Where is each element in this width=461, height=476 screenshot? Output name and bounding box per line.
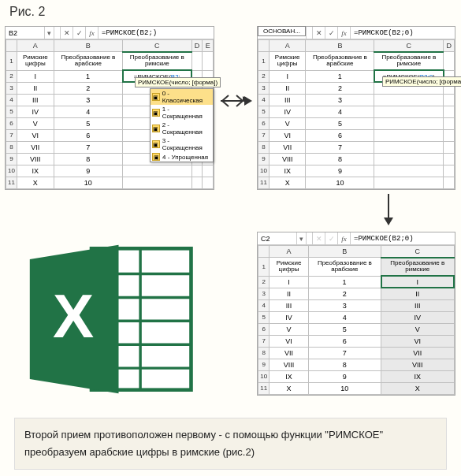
row-header[interactable]: 9 [258,153,270,165]
table-header-cell[interactable]: Римские цифры [17,52,54,71]
cell[interactable]: 2 [308,288,381,299]
fx-icon[interactable]: fx [86,27,99,39]
table-header-cell[interactable]: Преобразование в арабские [308,258,381,277]
col-header-c[interactable]: C [374,40,444,52]
autocomplete-item[interactable]: ▣2 - Сокращенная [151,121,213,136]
row-header[interactable]: 7 [6,129,17,141]
table-header-cell[interactable]: Преобразование в арабские [54,52,122,71]
cell[interactable]: 10 [308,382,381,394]
cell[interactable]: IV [381,311,454,323]
cell[interactable]: 1 [308,276,381,288]
col-header-c[interactable]: C [123,40,191,52]
row-header[interactable]: 3 [258,82,270,94]
accept-icon[interactable]: ✓ [325,232,338,244]
cell[interactable]: 5 [308,323,381,335]
cell[interactable]: 9 [54,165,122,177]
cell[interactable]: 2 [306,82,374,94]
row-header[interactable]: 8 [6,141,17,153]
cell[interactable]: VIII [381,359,454,370]
col-header-c[interactable]: C [381,246,454,258]
row-header[interactable]: 11 [258,177,270,188]
row-header[interactable]: 10 [258,370,270,382]
row-header[interactable]: 4 [258,94,270,106]
cell[interactable]: III [381,299,454,311]
cell[interactable]: III [17,94,54,106]
cell[interactable]: 8 [54,153,122,165]
cell[interactable]: VI [381,335,454,347]
cell[interactable]: 5 [306,117,374,129]
col-header-e[interactable]: E [203,40,214,52]
cell[interactable]: V [269,117,305,129]
cell[interactable]: 3 [306,94,374,106]
autocomplete-item[interactable]: ▣1 - Сокращенная [151,105,213,121]
col-header-d[interactable]: D [444,40,455,52]
cell[interactable]: X [381,382,454,394]
cell[interactable]: 8 [306,153,374,165]
table-header-cell[interactable]: Преобразование в римские [374,52,444,71]
cell[interactable]: 6 [308,335,381,347]
cell[interactable]: 9 [308,370,381,382]
cell[interactable]: II [270,288,308,299]
fx-icon[interactable]: fx [338,27,351,39]
name-box[interactable]: B2 [6,27,45,39]
row-header[interactable]: 1 [6,52,17,71]
row-header[interactable]: 2 [258,70,270,82]
cell[interactable]: VIII [270,359,308,370]
row-header[interactable]: 2 [6,70,17,82]
row-header[interactable]: 6 [6,117,17,129]
cell[interactable]: 10 [54,177,122,188]
autocomplete-item[interactable]: ▣4 - Упрощенная [151,152,213,162]
cell[interactable]: X [17,177,54,188]
cell[interactable]: II [17,82,54,94]
cell[interactable]: VI [270,335,308,347]
table-header-cell[interactable]: Преобразование в арабские [306,52,374,71]
col-header-a[interactable]: A [17,40,54,52]
cell[interactable]: I [17,70,54,82]
autocomplete-dropdown[interactable]: ▣0 - Классическая ▣1 - Сокращенная ▣2 - … [150,88,214,162]
fx-icon[interactable]: fx [338,232,351,244]
spreadsheet-grid-2[interactable]: A B C D 1 Римские цифры Преобразование в… [258,39,455,189]
row-header[interactable]: 5 [258,311,270,323]
table-header-cell[interactable]: Преобразование в римские [123,52,191,71]
cell[interactable]: III [270,299,308,311]
cell[interactable]: IV [270,311,308,323]
row-header[interactable]: 9 [6,153,17,165]
cell[interactable]: VIII [269,153,305,165]
chevron-down-icon[interactable]: ▾ [297,232,307,244]
cell[interactable]: IX [381,370,454,382]
row-header[interactable]: 6 [258,117,270,129]
cell[interactable]: 6 [54,129,122,141]
row-header[interactable]: 8 [258,347,270,359]
cell[interactable]: II [269,82,305,94]
cell[interactable]: 2 [54,82,122,94]
row-header[interactable]: 11 [6,177,17,188]
cancel-icon[interactable]: ✕ [313,232,325,244]
row-header[interactable]: 4 [258,299,270,311]
row-header[interactable]: 5 [6,106,17,117]
accept-icon[interactable]: ✓ [325,27,338,39]
row-header[interactable]: 10 [258,165,270,177]
cell[interactable]: X [270,382,308,394]
cell[interactable]: II [381,288,454,299]
spreadsheet-grid-3[interactable]: A B C 1 Римские цифры Преобразование в а… [258,245,455,395]
row-header[interactable]: 7 [258,129,270,141]
row-header[interactable]: 7 [258,335,270,347]
chevron-down-icon[interactable]: ▾ [45,27,54,39]
cell[interactable]: I [381,276,454,288]
col-header-a[interactable]: A [269,40,305,52]
cell[interactable]: VI [17,129,54,141]
cell[interactable]: III [269,94,305,106]
cell[interactable]: 7 [308,347,381,359]
col-header-a[interactable]: A [270,246,308,258]
cell[interactable]: 4 [54,106,122,117]
col-header-b[interactable]: B [54,40,122,52]
cell[interactable]: I [270,276,308,288]
autocomplete-item[interactable]: ▣0 - Классическая [151,89,213,105]
row-header[interactable]: 1 [258,258,270,277]
cell[interactable]: IV [17,106,54,117]
cell[interactable]: 7 [54,141,122,153]
row-header[interactable]: 3 [6,82,17,94]
col-header-b[interactable]: B [308,246,381,258]
cell[interactable]: 6 [306,129,374,141]
cell[interactable]: IX [270,370,308,382]
